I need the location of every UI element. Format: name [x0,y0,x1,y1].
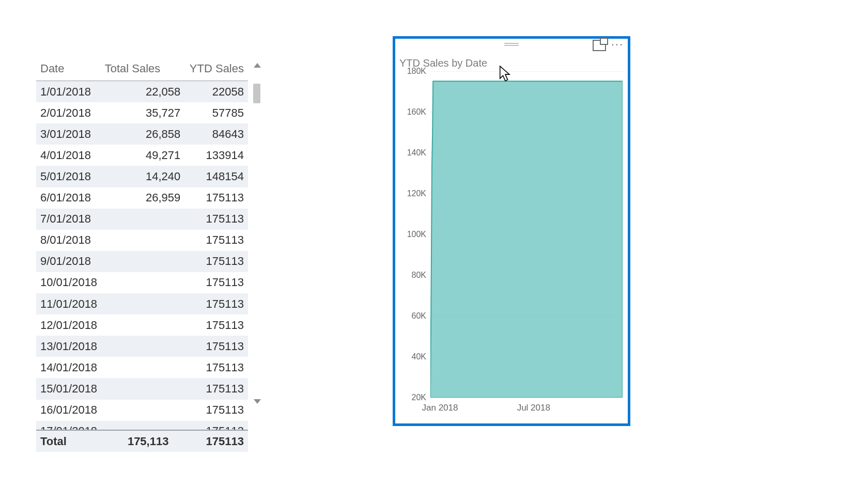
cell-ytd: 57785 [184,102,248,123]
cell-total [126,357,184,378]
table-row[interactable]: 2/01/201835,72757785 [36,102,248,123]
cell-total [126,378,184,399]
y-tick: 60K [398,311,426,321]
cell-ytd: 175113 [184,400,248,421]
cell-total: 35,727 [126,102,184,123]
table-row[interactable]: 16/01/2018175113 [36,400,248,421]
y-tick: 140K [398,148,426,158]
cell-ytd: 175113 [184,187,248,209]
area-series [430,81,623,398]
table-header-row: Date Total Sales YTD Sales [36,57,248,81]
table-row[interactable]: 17/01/2018175113 [36,421,248,430]
table-row[interactable]: 13/01/2018175113 [36,336,248,357]
cell-total [126,251,184,272]
cell-total [126,293,184,314]
chart-header: ··· [395,39,628,57]
cell-total [126,314,184,336]
cell-date: 5/01/2018 [36,166,126,187]
cell-date: 2/01/2018 [36,102,126,123]
table-scrollbar[interactable] [252,63,262,404]
table-row[interactable]: 11/01/2018175113 [36,293,248,314]
cell-total: 22,058 [126,81,184,102]
table-row[interactable]: 12/01/2018175113 [36,314,248,336]
x-tick: Jul 2018 [517,403,550,413]
total-label: Total [36,430,92,452]
cell-ytd: 175113 [184,230,248,251]
table-row[interactable]: 3/01/201826,85884643 [36,123,248,145]
table-row[interactable]: 15/01/2018175113 [36,378,248,399]
cell-total [126,421,184,430]
scroll-down-icon[interactable] [254,399,261,404]
table-row[interactable]: 6/01/201826,959175113 [36,187,248,209]
cell-ytd: 175113 [184,251,248,272]
cell-date: 3/01/2018 [36,123,126,145]
y-tick: 160K [398,107,426,117]
table-body: 1/01/201822,058220582/01/201835,72757785… [36,81,248,430]
col-total[interactable]: Total Sales [79,57,164,81]
cell-date: 13/01/2018 [36,336,126,357]
cell-total [126,272,184,293]
total-value: 175,113 [92,430,173,452]
cell-date: 6/01/2018 [36,187,126,209]
cell-total [126,230,184,251]
chart-visual[interactable]: ··· YTD Sales by Date 180K160K140K120K10… [393,36,630,426]
chart-plot-area[interactable] [430,71,623,398]
drag-handle-icon[interactable] [504,42,519,47]
y-tick: 40K [398,352,426,361]
cell-total: 26,858 [126,123,184,145]
cell-date: 7/01/2018 [36,209,126,230]
table-row[interactable]: 4/01/201849,271133914 [36,145,248,166]
y-tick: 80K [398,271,426,280]
cell-ytd: 84643 [184,123,248,145]
y-tick: 100K [398,230,426,239]
y-tick: 20K [398,393,426,402]
report-canvas: Date Total Sales YTD Sales 1/01/201822,0… [0,0,868,488]
more-options-icon[interactable]: ··· [611,42,624,47]
table-row[interactable]: 5/01/201814,240148154 [36,166,248,187]
chart-body: 180K160K140K120K100K80K60K40K20K Jan 201… [398,71,625,416]
cell-ytd: 133914 [184,145,248,166]
x-tick: Jan 2018 [422,403,458,413]
table-row[interactable]: 7/01/2018175113 [36,209,248,230]
cell-ytd: 175113 [184,209,248,230]
table-row[interactable]: 14/01/2018175113 [36,357,248,378]
focus-mode-icon[interactable] [593,40,606,51]
cell-total [126,400,184,421]
cell-date: 1/01/2018 [36,81,126,102]
sales-table: Date Total Sales YTD Sales [36,57,248,81]
cell-ytd: 175113 [184,378,248,399]
cell-date: 4/01/2018 [36,145,126,166]
y-tick: 120K [398,189,426,198]
cell-total: 49,271 [126,145,184,166]
cell-ytd: 175113 [184,314,248,336]
cell-date: 10/01/2018 [36,272,126,293]
table-row[interactable]: 1/01/201822,05822058 [36,81,248,102]
total-ytd: 175113 [173,430,248,452]
cell-ytd: 175113 [184,357,248,378]
cell-date: 12/01/2018 [36,314,126,336]
scroll-up-icon[interactable] [254,63,261,68]
cell-date: 14/01/2018 [36,357,126,378]
cell-total: 14,240 [126,166,184,187]
y-tick: 180K [398,67,426,76]
cell-date: 11/01/2018 [36,293,126,314]
cell-ytd: 175113 [184,336,248,357]
cell-ytd: 22058 [184,81,248,102]
cell-ytd: 148154 [184,166,248,187]
cell-date: 16/01/2018 [36,400,126,421]
cell-date: 9/01/2018 [36,251,126,272]
table-row[interactable]: 8/01/2018175113 [36,230,248,251]
table-row[interactable]: 9/01/2018175113 [36,251,248,272]
cell-total [126,209,184,230]
cell-total [126,336,184,357]
col-date[interactable]: Date [36,57,79,81]
col-ytd[interactable]: YTD Sales [164,57,248,81]
table-total-row: Total 175,113 175113 [36,430,248,452]
table-row[interactable]: 10/01/2018175113 [36,272,248,293]
cell-date: 8/01/2018 [36,230,126,251]
cell-total: 26,959 [126,187,184,209]
cell-ytd: 175113 [184,421,248,430]
scroll-thumb[interactable] [253,84,260,103]
cell-date: 15/01/2018 [36,378,126,399]
cell-ytd: 175113 [184,272,248,293]
